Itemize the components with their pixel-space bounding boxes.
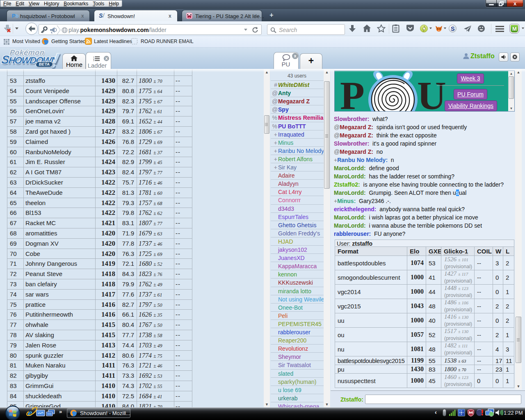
svg-text:3: 3 <box>93 59 94 62</box>
